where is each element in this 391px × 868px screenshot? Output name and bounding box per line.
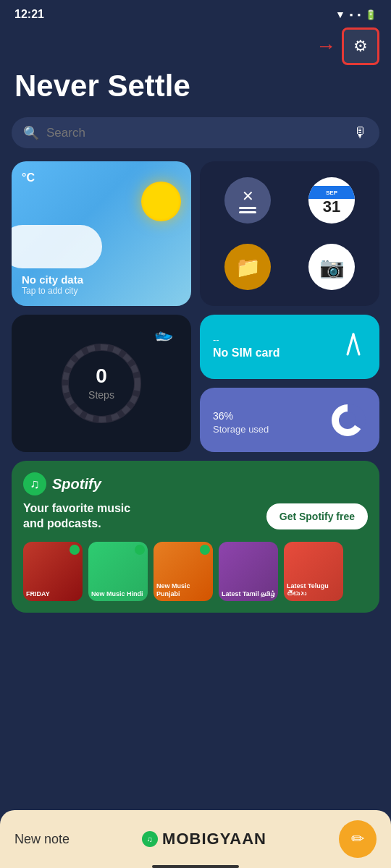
mobigyaan-brand: ♫ MOBIGYAAN	[142, 830, 266, 848]
storage-unit: %	[224, 410, 233, 422]
note-bar: New note ♫ MOBIGYAAN ✏	[0, 810, 391, 868]
search-icon: 🔍	[23, 125, 39, 141]
spotify-get-free-button[interactable]: Get Spotify free	[266, 503, 368, 529]
spotify-thumb-hindi[interactable]: New Music Hindi	[88, 542, 148, 601]
calc-line-2	[239, 211, 256, 213]
signal-svg	[340, 331, 366, 357]
steps-ring: 0 Steps	[58, 340, 145, 427]
sim-widget[interactable]: -- No SIM card	[200, 315, 379, 379]
weather-city: No city data	[22, 273, 181, 286]
camera-icon[interactable]: 📷	[308, 244, 355, 290]
right-column: -- No SIM card 36% Storage used	[200, 315, 379, 452]
cloud-shape	[12, 225, 102, 268]
calendar-month-label: SEP	[326, 190, 337, 196]
apps-widget: ✕ SEP 31 📁 📷	[200, 161, 379, 306]
folder-icon[interactable]: 📁	[224, 244, 271, 290]
wifi-icon: ▼	[335, 9, 345, 20]
signal-icon-2: ▪	[357, 9, 361, 20]
weather-tap-hint: Tap to add city	[22, 286, 181, 296]
steps-widget[interactable]: 👟 0 Steps	[12, 315, 191, 452]
folder-symbol: 📁	[235, 255, 261, 279]
calculator-icon[interactable]: ✕	[224, 177, 271, 224]
thumb-indicator	[70, 545, 80, 555]
svg-line-2	[348, 334, 353, 354]
spotify-logo-icon: ♫	[23, 472, 46, 495]
spotify-thumbs: FRIDAY New Music Hindi New Music Punjabi…	[23, 542, 368, 601]
spotify-widget[interactable]: ♫ Spotify Your favorite music and podcas…	[12, 461, 379, 613]
pencil-icon: ✏	[351, 830, 364, 848]
thumb-label-hindi: New Music Hindi	[91, 590, 143, 598]
settings-row: ⚙	[0, 26, 391, 67]
spotify-name: Spotify	[52, 476, 101, 493]
widget-grid-bottom: 👟 0 Steps -- No SIM card	[0, 315, 391, 452]
status-icons: ▼ ▪ ▪ 🔋	[335, 9, 377, 20]
home-indicator	[152, 865, 239, 868]
calc-line-1	[239, 207, 256, 209]
calendar-date: 31	[323, 199, 340, 215]
battery-icon: 🔋	[365, 9, 377, 20]
mobigyaan-logo-m-icon: ♫	[142, 831, 158, 847]
weather-cloud	[12, 225, 191, 268]
spotify-thumb-friday[interactable]: FRIDAY	[23, 542, 83, 601]
sim-label: No SIM card	[213, 346, 279, 359]
page-title: Never Settle	[0, 67, 391, 117]
spotify-thumb-punjabi[interactable]: New Music Punjabi	[154, 542, 213, 601]
steps-ring-svg	[58, 340, 145, 427]
shoe-icon: 👟	[152, 323, 174, 344]
thumb-label-telugu: Latest Telugu తెలుగు	[287, 582, 343, 598]
gear-icon: ⚙	[353, 37, 368, 56]
spotify-header: ♫ Spotify	[23, 472, 368, 495]
signal-icon-1: ▪	[350, 9, 353, 20]
search-input[interactable]	[46, 126, 346, 140]
weather-widget[interactable]: °C No city data Tap to add city	[12, 161, 191, 306]
svg-point-5	[339, 412, 356, 429]
note-edit-button[interactable]: ✏	[339, 820, 377, 858]
thumb-label-friday: FRIDAY	[26, 590, 50, 598]
spotify-thumb-tamil[interactable]: Latest Tamil தமிழ்	[219, 542, 278, 601]
widget-grid-top: °C No city data Tap to add city ✕ SEP 31	[0, 161, 391, 306]
sun-shape	[141, 182, 181, 221]
search-bar[interactable]: 🔍 🎙	[12, 117, 379, 148]
thumb-label-tamil: Latest Tamil தமிழ்	[222, 590, 275, 598]
mic-icon[interactable]: 🎙	[353, 124, 368, 141]
mobigyaan-text: MOBIGYAAN	[162, 830, 266, 848]
storage-number: 36	[213, 410, 224, 422]
thumb-label-punjabi: New Music Punjabi	[156, 582, 213, 598]
storage-pie-chart	[329, 401, 366, 439]
status-bar: 12:21 ▼ ▪ ▪ 🔋	[0, 0, 391, 26]
storage-label: Storage used	[213, 424, 269, 435]
weather-city-info: No city data Tap to add city	[22, 273, 181, 296]
sim-text: -- No SIM card	[213, 334, 279, 359]
storage-text: 36% Storage used	[213, 405, 269, 435]
sim-dash: --	[213, 334, 279, 345]
spotify-body: Your favorite music and podcasts. Get Sp…	[23, 501, 368, 532]
thumb-indicator-2	[135, 545, 145, 555]
camera-symbol: 📷	[319, 255, 345, 279]
spotify-description: Your favorite music and podcasts.	[23, 501, 154, 532]
storage-percentage: 36%	[213, 405, 269, 424]
calendar-icon[interactable]: SEP 31	[308, 177, 355, 224]
status-time: 12:21	[14, 8, 44, 21]
arrow-indicator	[316, 35, 336, 58]
thumb-indicator-3	[200, 545, 210, 555]
spotify-thumb-telugu[interactable]: Latest Telugu తెలుగు	[284, 542, 343, 601]
new-note-label[interactable]: New note	[14, 832, 70, 847]
svg-line-3	[353, 334, 359, 354]
storage-widget[interactable]: 36% Storage used	[200, 388, 379, 452]
settings-button[interactable]: ⚙	[342, 27, 379, 65]
calc-symbol: ✕	[239, 187, 256, 213]
signal-bars-icon	[340, 331, 366, 362]
